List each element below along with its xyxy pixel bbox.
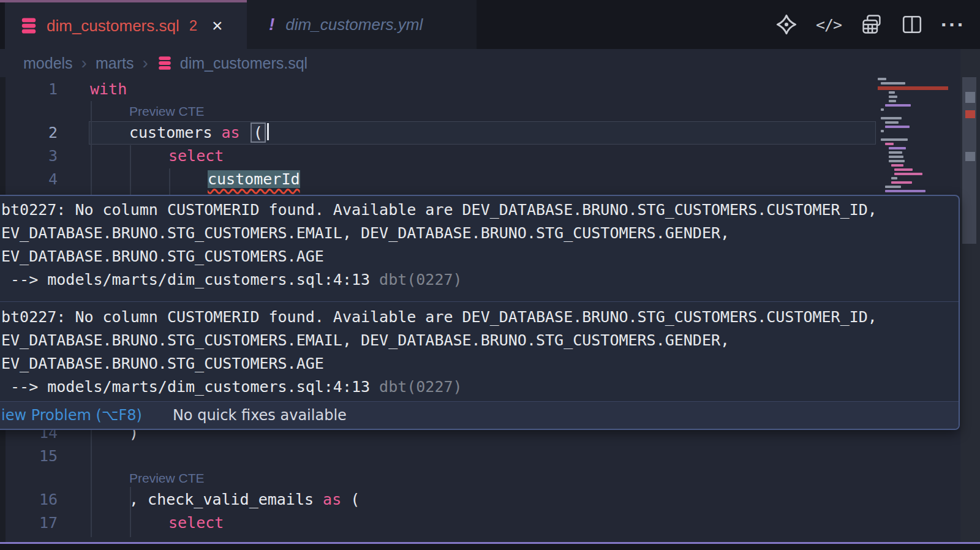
breadcrumb-marts[interactable]: marts — [96, 55, 134, 72]
breadcrumb-models[interactable]: models — [23, 55, 73, 72]
error-hover-tooltip: bt0227: No column CUSTOMERID found. Avai… — [0, 195, 960, 430]
code-token: as — [323, 491, 341, 508]
minimap-line — [881, 130, 884, 132]
minimap-line — [889, 160, 905, 162]
code-token — [240, 124, 249, 141]
breadcrumb-file[interactable]: dim_customers.sql — [180, 55, 307, 72]
compiled-code-icon[interactable]: </> — [816, 16, 842, 34]
minimap-line — [889, 100, 896, 102]
code-token: select — [168, 514, 224, 532]
minimap-line — [885, 104, 911, 107]
tab-dim-customers-yml[interactable]: ! dim_customers.yml — [247, 0, 477, 49]
indent-guide — [130, 145, 131, 195]
minimap-line — [891, 164, 903, 167]
tab-dim-customers-sql[interactable]: dim_customers.sql 2 × — [5, 0, 247, 49]
line-number: 15 — [0, 445, 58, 468]
query-results-icon[interactable] — [860, 13, 883, 36]
code-line[interactable]: 3select — [0, 145, 878, 168]
line-number: 2 — [0, 121, 58, 145]
minimap-line — [878, 78, 886, 80]
error-message-block: bt0227: No column CUSTOMERID found. Avai… — [0, 301, 959, 401]
dbt-icon[interactable] — [775, 13, 797, 36]
minimap-line — [891, 181, 912, 184]
no-quick-fixes-text: No quick fixes available — [173, 407, 347, 424]
line-number: 17 — [0, 511, 58, 535]
code-token: customers — [129, 124, 222, 141]
code-lens-row: Preview CTE — [0, 101, 878, 121]
minimap-line — [881, 108, 884, 111]
code-line[interactable]: 2customers as ( — [0, 121, 878, 145]
minimap-line — [894, 173, 922, 175]
minimap-line — [889, 151, 902, 154]
indent-guide — [130, 487, 131, 537]
error-text-line: EV_DATABASE.BRUNO.STG_CUSTOMERS.EMAIL, D… — [1, 329, 959, 352]
database-icon — [20, 17, 38, 35]
error-text-line: EV_DATABASE.BRUNO.STG_CUSTOMERS.AGE — [1, 245, 959, 268]
code-token: as — [222, 124, 240, 141]
preview-cte-lens[interactable]: Preview CTE — [129, 101, 205, 121]
view-problem-link[interactable]: iew Problem (⌥F8) — [1, 407, 142, 424]
breadcrumb: models › marts › dim_customers.sql — [0, 49, 980, 77]
code-line[interactable]: 15 — [0, 445, 878, 468]
minimap-line — [889, 96, 897, 98]
indent-guide — [91, 430, 92, 537]
overview-ruler-mark — [965, 92, 975, 103]
minimap-line — [885, 186, 901, 188]
minimap-line — [889, 156, 903, 158]
preview-cte-lens[interactable]: Preview CTE — [129, 468, 205, 488]
error-location: --> models/marts/dim_customers.sql:4:13 — [1, 378, 370, 396]
active-tab-accent — [0, 0, 247, 2]
error-text-line: EV_DATABASE.BRUNO.STG_CUSTOMERS.AGE — [1, 352, 959, 375]
error-location: --> models/marts/dim_customers.sql:4:13 — [1, 271, 370, 288]
close-icon[interactable]: × — [212, 17, 223, 35]
error-token: customerId — [208, 170, 300, 188]
bracket-highlight: ( — [251, 122, 266, 143]
code-line[interactable]: 16, check_valid_emails as ( — [0, 488, 878, 511]
code-token: select — [168, 147, 224, 165]
minimap-line — [881, 117, 902, 119]
error-blocks: bt0227: No column CUSTOMERID found. Avai… — [0, 196, 959, 401]
split-editor-icon[interactable] — [902, 15, 922, 34]
code-line[interactable]: 4customerId — [0, 168, 878, 191]
line-number: 3 — [0, 145, 58, 168]
line-number: 1 — [0, 78, 58, 101]
line-number: 16 — [0, 488, 58, 511]
overview-ruler-mark — [965, 152, 975, 161]
chevron-right-icon: › — [141, 53, 149, 73]
minimap-line — [891, 177, 897, 179]
error-text-line: bt0227: No column CUSTOMERID found. Avai… — [1, 198, 959, 222]
text-cursor — [267, 123, 269, 140]
indent-guide — [169, 168, 170, 195]
code-text: customerId — [208, 168, 300, 191]
error-location-line: --> models/marts/dim_customers.sql:4:13 … — [1, 375, 959, 399]
minimap-error-line — [878, 86, 948, 90]
minimap-blank — [878, 134, 946, 138]
indent-guide — [91, 101, 92, 195]
minimap-line — [881, 82, 905, 85]
minimap-line — [885, 126, 910, 128]
minimap-blank — [878, 113, 946, 117]
code-text: , check_valid_emails as ( — [129, 488, 360, 511]
bottom-edge — [0, 544, 980, 550]
overview-ruler-error-mark — [965, 110, 975, 118]
error-location-line: --> models/marts/dim_customers.sql:4:13 … — [1, 268, 959, 292]
hover-status-bar: iew Problem (⌥F8) No quick fixes availab… — [0, 401, 959, 429]
error-text-line: EV_DATABASE.BRUNO.STG_CUSTOMERS.EMAIL, D… — [1, 222, 959, 245]
code-line[interactable]: 17select — [0, 511, 878, 535]
tab-filename: dim_customers.sql — [47, 17, 179, 36]
error-code-ref: dbt(0227) — [370, 378, 462, 396]
tab-filename: dim_customers.yml — [285, 15, 423, 34]
minimap-line — [885, 143, 894, 145]
code-text: select — [168, 511, 224, 535]
minimap[interactable] — [878, 78, 946, 203]
line-number: 4 — [0, 168, 58, 191]
editor-actions-toolbar: </> ··· — [775, 0, 965, 49]
chevron-right-icon: › — [80, 53, 88, 73]
minimap-line — [894, 168, 913, 171]
code-text: with — [90, 78, 127, 101]
warning-icon: ! — [269, 15, 274, 34]
code-token: ( — [341, 491, 360, 508]
error-code-ref: dbt(0227) — [370, 271, 462, 288]
code-line[interactable]: 1with — [0, 78, 878, 101]
code-token: with — [90, 80, 127, 98]
